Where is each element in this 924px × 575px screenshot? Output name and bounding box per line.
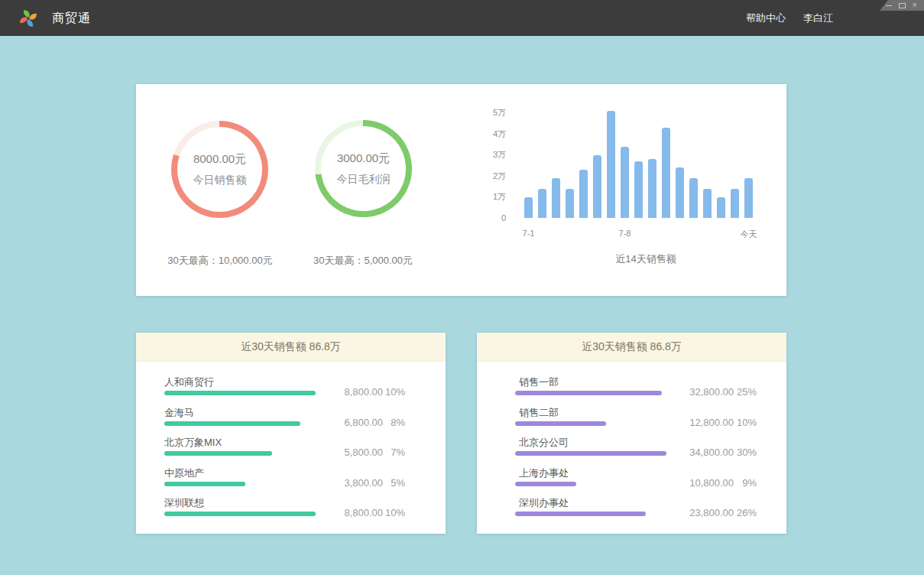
- rank-percent: 5%: [374, 477, 405, 489]
- rank-bar: [164, 451, 272, 456]
- bar-chart-title: 近14天销售额: [524, 252, 767, 266]
- sales-bar: [717, 197, 725, 219]
- rank-row: 北京分公司34,800.0030%: [515, 435, 786, 466]
- sales-bar: [703, 189, 712, 219]
- today-sales-ring: 8000.00元 今日销售额: [171, 121, 268, 218]
- app-title: 商贸通: [52, 0, 91, 36]
- rank-percent: 10%: [726, 417, 757, 428]
- x-axis-tick: 今天: [741, 229, 757, 240]
- sales-bar: [621, 147, 629, 219]
- sales-bar: [676, 167, 684, 218]
- sales-bar: [689, 178, 698, 218]
- maximize-icon[interactable]: [899, 3, 906, 8]
- sales-30d-max: 30天最高：10,000.00元: [144, 254, 297, 268]
- rank-percent: 8%: [374, 417, 405, 428]
- rank-row: 人和商贸行8,800.0010%: [164, 375, 446, 405]
- sales-bar: [744, 178, 753, 218]
- today-sales-label: 今日销售额: [193, 174, 247, 187]
- rank-row: 销售二部12,800.0010%: [515, 405, 786, 436]
- rank-percent: 7%: [374, 447, 405, 458]
- sales-bar: [538, 189, 546, 219]
- rank-row: 销售一部32,800.0025%: [515, 375, 786, 405]
- rank-bar: [164, 482, 245, 486]
- minimize-icon[interactable]: [886, 5, 892, 6]
- rank-row: 深圳联想8,800.0010%: [164, 495, 446, 526]
- x-axis-tick: 7-8: [619, 229, 631, 238]
- departments-card-title: 近30天销售额 86.8万: [477, 333, 786, 362]
- departments-sales-card: 近30天销售额 86.8万 销售一部32,800.0025%销售二部12,800…: [477, 333, 786, 534]
- today-sales-value: 8000.00元: [193, 152, 246, 167]
- rank-row: 金海马6,800.008%: [164, 405, 446, 436]
- today-profit-ring: 3000.00元 今日毛利润: [315, 120, 412, 217]
- rank-percent: 10%: [374, 507, 405, 518]
- rank-percent: 30%: [726, 447, 757, 458]
- sales-bar: [579, 170, 588, 218]
- pinwheel-logo-icon: [17, 7, 40, 30]
- y-axis-tick: 4万: [493, 128, 506, 139]
- rank-percent: 26%: [726, 507, 757, 518]
- customers-sales-card: 近30天销售额 86.8万 人和商贸行8,800.0010%金海马6,800.0…: [136, 333, 446, 534]
- sales-bar: [552, 178, 560, 218]
- sales-bar: [607, 111, 615, 218]
- y-axis-tick: 1万: [493, 191, 506, 202]
- rank-percent: 10%: [374, 386, 405, 398]
- sales-bar: [648, 159, 657, 218]
- departments-rank-list: 销售一部32,800.0025%销售二部12,800.0010%北京分公司34,…: [477, 362, 786, 534]
- rank-bar: [515, 421, 606, 426]
- help-center-link[interactable]: 帮助中心: [746, 0, 786, 36]
- customers-rank-list: 人和商贸行8,800.0010%金海马6,800.008%北京万象MIX5,80…: [136, 362, 446, 534]
- close-icon[interactable]: ×: [913, 1, 917, 9]
- rank-row: 上海办事处10,800.009%: [515, 466, 786, 496]
- y-axis-tick: 3万: [493, 149, 506, 160]
- today-summary-card: 8000.00元 今日销售额 30天最高：10,000.00元 3000.00元…: [136, 84, 786, 296]
- rank-row: 中原地产3,800.005%: [164, 466, 446, 496]
- rank-percent: 9%: [726, 477, 757, 489]
- titlebar: 商贸通 帮助中心 李白江 ×: [0, 0, 924, 36]
- customers-card-title: 近30天销售额 86.8万: [136, 333, 446, 362]
- y-axis-tick: 2万: [493, 171, 506, 181]
- rank-bar: [164, 391, 316, 395]
- ring-center-text: 3000.00元 今日毛利润: [315, 120, 412, 217]
- sales-bar: [593, 155, 601, 219]
- window-controls: ×: [880, 0, 924, 11]
- sales-bar: [524, 197, 533, 219]
- rank-row: 深圳办事处23,800.0026%: [515, 495, 786, 526]
- app-window: 商贸通 帮助中心 李白江 × 8000.00元 今日销售额 30天最高：10,0…: [0, 0, 924, 575]
- bar-chart-bars: [524, 84, 753, 218]
- sales-bar: [566, 189, 574, 219]
- sales-bar: [662, 128, 670, 218]
- sales-bar: [731, 189, 739, 219]
- ring-center-text: 8000.00元 今日销售额: [171, 121, 268, 218]
- rank-bar: [164, 512, 316, 516]
- user-name-link[interactable]: 李白江: [803, 0, 833, 36]
- x-axis-tick: 7-1: [523, 229, 535, 238]
- rank-bar: [164, 421, 300, 426]
- profit-30d-max: 30天最高：5,000.00元: [287, 254, 439, 268]
- rank-bar: [515, 512, 646, 516]
- rank-bar: [515, 482, 576, 486]
- today-profit-value: 3000.00元: [337, 151, 390, 166]
- y-axis-tick: 5万: [493, 107, 506, 118]
- rank-row: 北京万象MIX5,800.007%: [164, 435, 446, 466]
- today-profit-label: 今日毛利润: [337, 173, 391, 187]
- bar-chart-xaxis: 7-17-8今天: [524, 229, 754, 241]
- rank-bar: [515, 451, 666, 456]
- bar-chart-yaxis: 5万4万3万2万1万0: [452, 107, 506, 229]
- sales-bar: [634, 161, 643, 218]
- rank-percent: 25%: [726, 386, 757, 398]
- y-axis-tick: 0: [501, 213, 506, 223]
- rank-bar: [515, 391, 662, 395]
